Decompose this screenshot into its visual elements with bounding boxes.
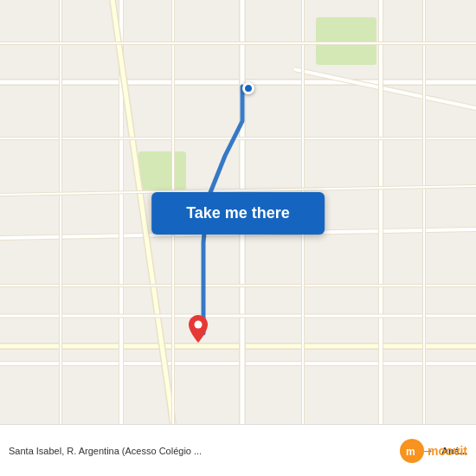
destination-pin-icon [189, 315, 208, 343]
destination-marker [189, 315, 208, 346]
take-me-there-button[interactable]: Take me there [151, 192, 325, 235]
svg-point-39 [195, 321, 203, 329]
moovit-brand-text: moovit [428, 444, 467, 458]
moovit-icon: m [400, 439, 424, 463]
osm-attribution: © OpenStreetMap contributors | © OpenMap… [0, 358, 177, 370]
route-from-label: Santa Isabel, R. Argentina (Acesso Colég… [9, 446, 414, 456]
moovit-icon-svg: m [404, 443, 420, 459]
moovit-logo: m moovit [400, 439, 467, 463]
origin-marker [242, 82, 254, 94]
map-container: Jardim Alexandrina Bairro Itamaraty1 Eta… [0, 0, 476, 424]
svg-text:m: m [406, 446, 415, 458]
bottom-bar: Santa Isabel, R. Argentina (Acesso Colég… [0, 424, 476, 476]
